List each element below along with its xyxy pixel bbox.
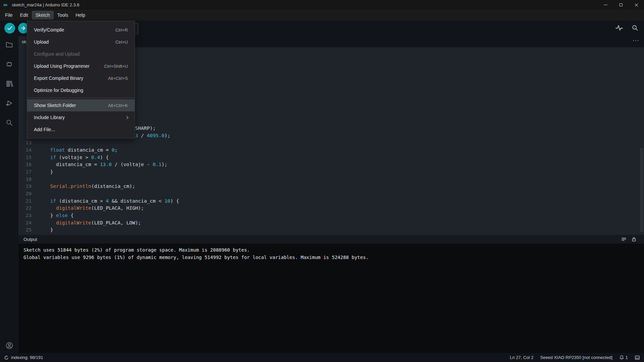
window-controls [598, 0, 644, 10]
statusbar-left: indexing: 98/191 [4, 355, 43, 360]
menu-lines-icon [621, 237, 627, 242]
line-number: 14 [18, 147, 32, 154]
editor-scrollbar[interactable] [640, 148, 643, 232]
tab-more-button[interactable]: ··· [633, 37, 639, 44]
sidebar-item-debug[interactable] [5, 99, 13, 107]
code-text: } else { [44, 212, 73, 219]
code-text: digitalWrite(LED_PLACA, HIGH); [44, 205, 144, 212]
statusbar-right: Ln 27, Col 2 Seeed XIAO RP2350 [not conn… [510, 355, 640, 360]
serial-monitor-icon [631, 24, 639, 32]
books-icon [5, 80, 13, 88]
line-number: 19 [18, 183, 32, 190]
sidebar-item-search[interactable] [5, 118, 13, 127]
output-panel-title: Output [23, 237, 37, 242]
line-number: 24 [18, 219, 32, 227]
menu-sketch[interactable]: Sketch [32, 11, 54, 19]
code-line-20: 20 [18, 190, 644, 198]
lock-icon [631, 237, 637, 242]
code-text: digitalWrite(LED_PLACA, LOW); [44, 219, 141, 227]
code-line-17: 17 } [18, 168, 644, 176]
arrow-right-icon [20, 25, 27, 32]
code-text: if (distancia_cm > 4 && distancia_cm < 1… [44, 198, 179, 205]
menu-item-label: Include Library [34, 115, 65, 120]
line-number: 21 [18, 198, 32, 205]
minimize-button[interactable] [598, 0, 613, 10]
verify-button[interactable] [4, 23, 15, 34]
line-number: 20 [18, 190, 32, 198]
line-number: 15 [18, 154, 32, 161]
board-status[interactable]: Seeed XIAO RP2350 [not connected] [540, 355, 612, 360]
line-number: 13 [18, 139, 32, 147]
sidebar-item-sketchbook[interactable] [5, 41, 13, 49]
menu-item-label: Show Sketch Folder [34, 103, 76, 108]
code-line-19: 19 Serial.println(distancia_cm); [18, 183, 644, 190]
sidebar-item-boards-manager[interactable] [5, 60, 13, 68]
output-line: Sketch uses 51844 bytes (2%) of program … [23, 246, 644, 254]
output-header-icons [621, 237, 637, 242]
menu-item-show-sketch-folder[interactable]: Show Sketch FolderAlt+Ctrl+K [27, 99, 135, 111]
line-number: 18 [18, 176, 32, 183]
menu-item-add-file[interactable]: Add File... [27, 123, 135, 136]
serial-plotter-icon [615, 24, 623, 32]
debug-icon [5, 99, 13, 107]
folder-icon [5, 41, 13, 49]
menu-help[interactable]: Help [72, 11, 89, 19]
output-line: Global variables use 9296 bytes (1%) of … [23, 254, 644, 261]
code-text: float distancia_cm = 0; [44, 147, 117, 154]
menu-item-include-library[interactable]: Include Library [27, 111, 135, 123]
account-icon [5, 341, 14, 350]
menu-edit[interactable]: Edit [16, 11, 32, 19]
menu-item-configure-and-upload[interactable]: Configure and Upload [27, 48, 135, 60]
maximize-icon [620, 3, 623, 6]
code-line-15: 15 if (voltaje > 0.4) { [18, 154, 644, 161]
menubar: FileEditSketchToolsHelp [0, 10, 644, 20]
menu-item-label: Add File... [34, 127, 55, 132]
code-line-16: 16 distancia_cm = 13.0 / (voltaje - 0.1)… [18, 161, 644, 168]
menu-item-label: Export Compiled Binary [34, 75, 83, 81]
code-line-13: 13 [18, 139, 644, 147]
cursor-position[interactable]: Ln 27, Col 2 [510, 355, 533, 360]
maximize-button[interactable] [613, 0, 629, 10]
statusbar: indexing: 98/191 Ln 27, Col 2 Seeed XIAO… [0, 353, 644, 362]
menu-item-shortcut: Ctrl+U [115, 40, 128, 45]
output-options-button[interactable] [621, 237, 627, 242]
output-panel-header: Output [18, 235, 644, 244]
window-title: sketch_mar24a | Arduino IDE 2.3.6 [12, 2, 79, 7]
check-icon [6, 25, 13, 32]
menu-tools[interactable]: Tools [54, 11, 72, 19]
menu-item-verify-compile[interactable]: Verify/CompileCtrl+R [27, 24, 135, 36]
notifications-button[interactable]: 1 [619, 355, 628, 360]
search-icon [5, 118, 13, 127]
scroll-lock-button[interactable] [631, 237, 637, 242]
menu-item-label: Upload Using Programmer [34, 63, 90, 69]
code-line-14: 14 float distancia_cm = 0; [18, 147, 644, 154]
code-text: } [44, 226, 53, 234]
menu-item-label: Configure and Upload [34, 51, 80, 57]
toggle-output-button[interactable] [635, 355, 640, 360]
account-button[interactable] [5, 341, 14, 350]
serial-monitor-button[interactable] [631, 24, 639, 32]
chevron-right-icon [125, 116, 129, 119]
notification-count: 1 [626, 355, 628, 360]
code-line-24: 24 digitalWrite(LED_PLACA, LOW); [18, 219, 644, 227]
serial-plotter-button[interactable] [615, 24, 623, 32]
arduino-logo-icon: ∞ [3, 2, 7, 8]
menu-item-optimize-for-debugging[interactable]: Optimize for Debugging [27, 84, 135, 96]
sidebar-item-library-manager[interactable] [5, 80, 13, 88]
code-line-22: 22 digitalWrite(LED_PLACA, HIGH); [18, 205, 644, 212]
output-content[interactable]: Sketch uses 51844 bytes (2%) of program … [18, 244, 644, 353]
line-number: 22 [18, 205, 32, 212]
line-number: 23 [18, 212, 32, 219]
activity-sidebar [0, 36, 18, 353]
code-line-25: 25 } [18, 226, 644, 234]
code-text: } [44, 168, 53, 176]
menu-file[interactable]: File [1, 11, 16, 19]
menu-separator [27, 98, 135, 98]
menu-item-upload-using-programmer[interactable]: Upload Using ProgrammerCtrl+Shift+U [27, 60, 135, 72]
close-button[interactable] [629, 0, 644, 10]
minimize-icon [604, 5, 607, 5]
titlebar: ∞ sketch_mar24a | Arduino IDE 2.3.6 [0, 0, 644, 10]
menu-item-upload[interactable]: UploadCtrl+U [27, 36, 135, 48]
sync-icon [4, 355, 9, 360]
menu-item-export-compiled-binary[interactable]: Export Compiled BinaryAlt+Ctrl+S [27, 72, 135, 84]
